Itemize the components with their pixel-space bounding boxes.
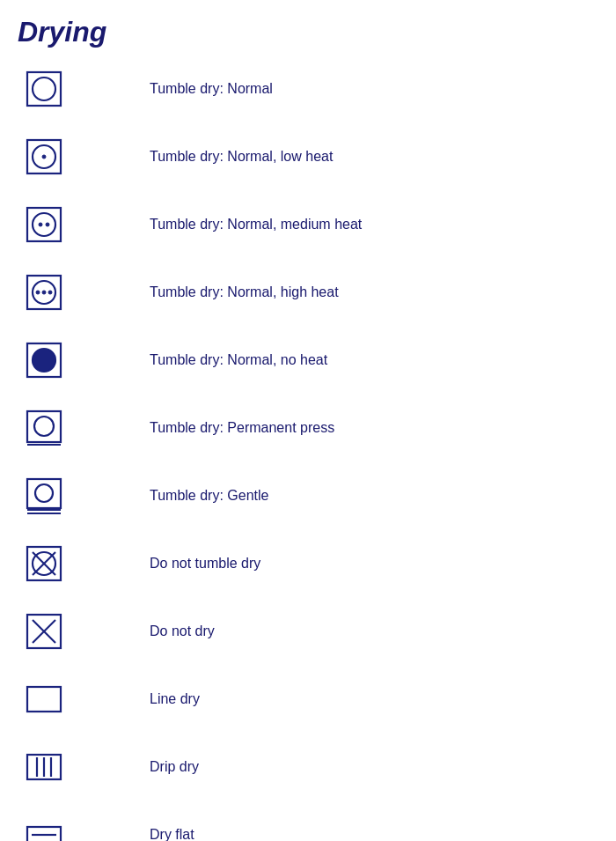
tumble-dry-medium-heat-icon [18, 205, 70, 244]
drip-dry-label: Drip dry [150, 759, 199, 775]
tumble-dry-no-heat-icon [18, 341, 70, 380]
line-dry-icon [18, 680, 70, 719]
list-item: Tumble dry: Permanent press [18, 403, 598, 452]
page-title: Drying [18, 16, 598, 48]
svg-point-13 [48, 291, 52, 294]
list-item: Tumble dry: Normal [18, 64, 598, 113]
tumble-dry-low-heat-label: Tumble dry: Normal, low heat [150, 149, 333, 165]
dry-flat-icon [18, 815, 70, 842]
tumble-dry-gentle-label: Tumble dry: Gentle [150, 488, 268, 504]
svg-point-1 [33, 77, 55, 100]
svg-point-12 [42, 291, 46, 294]
svg-point-20 [35, 484, 53, 502]
list-item: Do not tumble dry [18, 539, 598, 587]
tumble-dry-no-heat-label: Tumble dry: Normal, no heat [150, 352, 327, 368]
tumble-dry-low-heat-icon [18, 137, 70, 176]
svg-point-15 [33, 349, 55, 372]
do-not-tumble-dry-label: Do not tumble dry [150, 556, 260, 572]
list-item: Tumble dry: Normal, high heat [18, 268, 598, 316]
do-not-dry-icon [18, 612, 70, 651]
tumble-dry-medium-heat-label: Tumble dry: Normal, medium heat [150, 217, 362, 232]
tumble-dry-high-heat-icon [18, 273, 70, 312]
svg-point-11 [36, 291, 40, 294]
svg-point-7 [39, 223, 42, 226]
dry-flat-label: Dry flat [150, 827, 194, 842]
list-item: Do not dry [18, 607, 598, 655]
svg-point-6 [33, 213, 55, 236]
tumble-dry-high-heat-label: Tumble dry: Normal, high heat [150, 284, 339, 300]
tumble-dry-gentle-icon [18, 476, 70, 515]
list-item: Tumble dry: Normal, no heat [18, 336, 598, 384]
tumble-dry-permanent-icon [18, 409, 70, 447]
list-item: Tumble dry: Gentle [18, 471, 598, 520]
do-not-dry-label: Do not dry [150, 623, 215, 639]
svg-point-17 [34, 417, 54, 436]
list-item: Drip dry [18, 742, 598, 791]
tumble-dry-normal-label: Tumble dry: Normal [150, 81, 273, 97]
list-item: Tumble dry: Normal, medium heat [18, 200, 598, 248]
svg-point-8 [46, 223, 49, 226]
list-item: Line dry [18, 675, 598, 723]
list-item: Tumble dry: Normal, low heat [18, 132, 598, 181]
svg-point-4 [42, 155, 46, 159]
drip-dry-icon [18, 748, 70, 786]
line-dry-label: Line dry [150, 691, 200, 707]
svg-rect-30 [27, 687, 61, 712]
tumble-dry-permanent-label: Tumble dry: Permanent press [150, 420, 334, 436]
do-not-tumble-dry-icon [18, 544, 70, 583]
list-item: Dry flat [18, 810, 598, 841]
tumble-dry-normal-icon [18, 70, 70, 108]
